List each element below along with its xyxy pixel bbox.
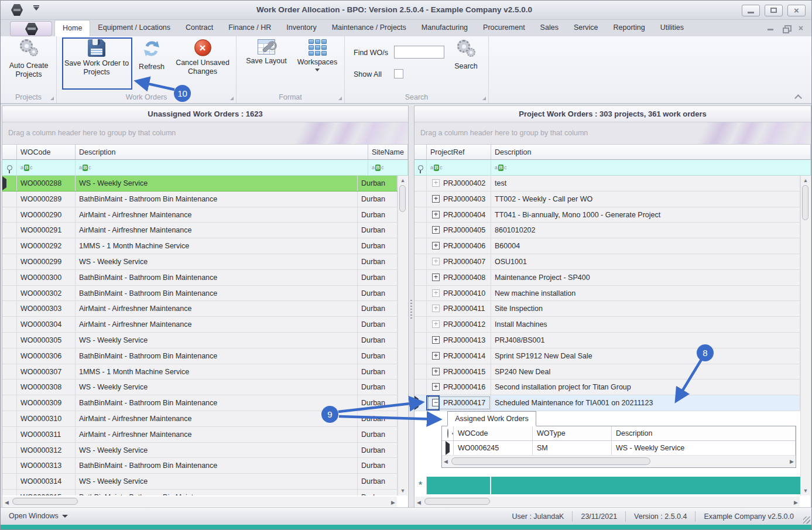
table-row[interactable]: WO0000288WS - Weekly ServiceDurban — [2, 176, 398, 192]
filter-cell-projectref[interactable]: B — [427, 160, 491, 175]
table-row[interactable]: WO0000314WS - Weekly ServiceDurban — [2, 474, 398, 490]
table-row[interactable]: +PRJ0000414Sprint SP1912 New Deal Sale — [414, 348, 800, 364]
filter-cell-description[interactable]: B — [76, 160, 368, 175]
auto-create-projects-button[interactable]: Auto Create Projects — [3, 39, 54, 79]
expand-row-icon[interactable]: + — [432, 352, 440, 360]
expand-row-icon[interactable]: + — [432, 242, 440, 249]
cell-wocode[interactable]: WO0000304 — [17, 317, 76, 332]
minimize-button[interactable] — [742, 5, 760, 16]
cell-wocode[interactable]: WO0000289 — [17, 192, 76, 207]
tab-home[interactable]: Home — [54, 20, 90, 36]
cell-description[interactable]: 8601010202 — [491, 223, 800, 238]
tab-contract[interactable]: Contract — [178, 20, 221, 36]
cell-sitename[interactable]: Durban — [358, 443, 398, 458]
table-row[interactable]: +PRJ00004058601010202 — [414, 223, 800, 238]
expand-row-icon[interactable]: + — [432, 383, 440, 391]
cell-description[interactable]: Site Inspection — [491, 301, 800, 316]
column-header-description[interactable]: Description — [491, 145, 811, 159]
table-row[interactable]: +PRJ0000403TT002 - Weekly - Call per WO — [414, 192, 800, 207]
cell-sitename[interactable]: Durban — [358, 270, 398, 285]
cell-description[interactable]: Second installation project for Titan Gr… — [491, 379, 800, 395]
cell-sitename[interactable]: Durban — [358, 207, 398, 223]
cell-sitename[interactable]: Durban — [358, 379, 398, 395]
table-row[interactable]: +PRJ0000404TT041 - Bi-annually, Mono 100… — [414, 207, 800, 223]
cell-projectref[interactable]: +PRJ0000412 — [427, 317, 491, 332]
cell-sitename[interactable]: Durban — [358, 238, 398, 254]
table-row[interactable]: +PRJ0000407OSU1001 — [414, 254, 800, 270]
table-row[interactable]: WO0000302BathBinMaint - Bathroom Bin Mai… — [2, 286, 398, 302]
table-row[interactable]: WO0000305WS - Weekly ServiceDurban — [2, 333, 398, 348]
scroll-up-icon[interactable]: ▲ — [398, 177, 407, 183]
detail-header-wotype[interactable]: WOType — [533, 426, 612, 440]
cell-sitename[interactable]: Durban — [358, 254, 398, 269]
scroll-left-icon[interactable]: ◀ — [417, 500, 421, 505]
workspaces-button[interactable]: Workspaces — [293, 39, 342, 71]
table-row[interactable]: +PRJ0000411Site Inspection — [414, 301, 800, 317]
table-row[interactable]: WO0000308WS - Weekly ServiceDurban — [2, 379, 398, 395]
expand-row-icon[interactable]: + — [432, 273, 440, 281]
cell-wocode[interactable]: WO0000309 — [17, 395, 76, 411]
cell-projectref[interactable]: +PRJ0000406 — [427, 238, 491, 254]
mdi-close-icon[interactable]: × — [799, 24, 803, 32]
resize-grip[interactable] — [803, 517, 810, 524]
filter-cell-description[interactable]: B — [491, 160, 811, 175]
table-row[interactable]: WO0000303AirMaint - Airfreshner Maintena… — [2, 301, 398, 317]
expand-row-icon[interactable]: + — [432, 211, 440, 218]
tab-manufacturing[interactable]: Manufacturing — [414, 20, 475, 36]
dialog-launcher-icon[interactable] — [50, 97, 54, 100]
right-vertical-scrollbar[interactable]: ▲ ▼ — [800, 176, 810, 495]
scroll-right-icon[interactable]: ▶ — [790, 459, 794, 464]
scroll-down-icon[interactable]: ▼ — [801, 488, 810, 494]
cell-description[interactable]: AirMaint - Airfreshner Maintenance — [76, 411, 358, 426]
mdi-restore-icon[interactable] — [783, 25, 789, 32]
cell-description[interactable]: AirMaint - Airfreshner Maintenance — [76, 427, 358, 442]
cell-description[interactable]: Install Machines — [491, 317, 800, 332]
table-row[interactable]: WO00002921MMS - 1 Month Machine ServiceD… — [2, 238, 398, 254]
cell-description[interactable]: WS - Weekly Service — [76, 333, 358, 348]
cell-sitename[interactable]: Durban — [358, 176, 398, 191]
cell-projectref[interactable]: +PRJ0000413 — [427, 333, 491, 348]
cell-wocode[interactable]: WO0000314 — [17, 474, 76, 489]
scroll-up-icon[interactable]: ▲ — [801, 177, 810, 183]
cell-description[interactable]: test — [491, 176, 800, 191]
table-row[interactable]: WO0000309BathBinMaint - Bathroom Bin Mai… — [2, 395, 398, 411]
quick-access-dropdown-icon[interactable] — [33, 7, 39, 11]
table-row[interactable]: WO0000289BathBinMaint - Bathroom Bin Mai… — [2, 192, 398, 207]
right-group-by-bar[interactable]: Drag a column header here to group by th… — [414, 122, 811, 145]
filter-cell-wocode[interactable]: B — [17, 160, 76, 175]
table-row[interactable]: +PRJ0000408Maintenance Project - SP400 — [414, 270, 800, 286]
cell-projectref[interactable]: +PRJ0000405 — [427, 223, 491, 238]
cell-wocode[interactable]: WO0000305 — [17, 333, 76, 348]
detail-horizontal-scrollbar[interactable]: ◀▶ — [442, 456, 796, 467]
tab-finance-hr[interactable]: Finance / HR — [221, 20, 279, 36]
cell-wocode[interactable]: WO0000313 — [17, 458, 76, 473]
cell-wocode[interactable]: WO0000292 — [17, 238, 76, 254]
table-row[interactable]: −PRJ0000417Scheduled Maintenance for TIA… — [414, 395, 800, 411]
show-all-checkbox[interactable] — [394, 69, 403, 78]
cell-sitename[interactable]: Durban — [358, 364, 398, 379]
cell-sitename[interactable]: Durban — [358, 286, 398, 301]
expand-row-icon[interactable]: + — [432, 368, 440, 375]
tab-sales[interactable]: Sales — [533, 20, 566, 36]
cell-description[interactable]: AirMaint - Airfreshner Maintenance — [76, 223, 358, 238]
cell-description[interactable]: New machine installation — [491, 286, 800, 301]
table-row[interactable]: +PRJ0000412Install Machines — [414, 317, 800, 333]
panel-splitter[interactable] — [409, 105, 414, 508]
cell-description[interactable]: B60004 — [491, 238, 800, 254]
column-header-description[interactable]: Description — [76, 145, 368, 159]
cell-wocode[interactable]: WO0000300 — [17, 270, 76, 285]
column-header-sitename[interactable]: SiteName — [368, 145, 408, 159]
find-wo-input[interactable] — [394, 46, 444, 59]
expand-row-icon[interactable]: + — [432, 336, 440, 344]
cell-description[interactable]: AirMaint - Airfreshner Maintenance — [76, 207, 358, 223]
column-header-projectref[interactable]: ProjectRef — [427, 145, 491, 159]
cell-description[interactable]: WS - Weekly Service — [76, 176, 358, 191]
close-button[interactable]: × — [787, 5, 806, 16]
expand-row-icon[interactable]: + — [432, 320, 440, 328]
save-layout-button[interactable]: Save Layout — [241, 39, 292, 66]
cell-sitename[interactable]: Durban — [358, 411, 398, 426]
scrollbar-thumb[interactable] — [451, 457, 650, 465]
cell-description[interactable]: 1MMS - 1 Month Machine Service — [76, 238, 358, 254]
cell-sitename[interactable]: Durban — [358, 223, 398, 238]
expand-row-icon[interactable]: + — [432, 258, 440, 265]
